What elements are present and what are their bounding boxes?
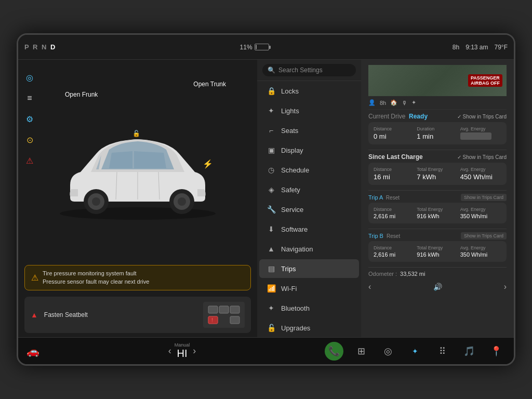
duration-badge: 8h: [380, 100, 386, 106]
current-drive-data: Distance 0 mi Duration 1 min Avg. Energy: [368, 122, 507, 144]
warning-title: Tire pressure monitoring system fault: [43, 270, 149, 277]
search-placeholder: Search Settings: [278, 66, 323, 74]
svg-text:🔓: 🔓: [132, 129, 140, 137]
drive-duration: 8h: [453, 44, 459, 51]
warning-subtitle: Pressure sensor fault may clear next dri…: [43, 278, 149, 286]
gear-value: HI: [175, 348, 190, 360]
menu-item-service[interactable]: 🔧 Service: [259, 200, 359, 219]
status-icons: 👤 8h 🏠 🎙 ✦: [368, 99, 416, 106]
home-icon: 🏠: [390, 99, 397, 106]
wifi-icon: 📶: [267, 284, 276, 292]
menu-item-display[interactable]: ▣ Display: [259, 141, 359, 159]
media-button[interactable]: 🎵: [460, 342, 478, 361]
schedule-icon: ◷: [267, 166, 276, 174]
lights-label: Lights: [281, 107, 299, 115]
open-trunk-label[interactable]: Open Trunk: [193, 81, 226, 89]
bluetooth-icon: ✦: [267, 304, 276, 312]
passenger-badge: PASSENGERAIRBAG OFF: [468, 74, 502, 87]
seats-icon: ⌐: [267, 126, 276, 135]
time-display: 9:13 am: [466, 44, 488, 51]
svg-point-9: [178, 197, 186, 206]
temperature-display: 79°F: [495, 44, 508, 51]
battery-pct-label: 11%: [240, 44, 252, 51]
menu-item-wifi[interactable]: 📶 Wi-Fi: [259, 279, 359, 298]
trips-icon: ▤: [267, 264, 276, 273]
seatbelt-label: Fasten Seatbelt: [44, 311, 197, 318]
since-charge-data: Distance 16 mi Total Energy 7 kWh Avg. E…: [368, 163, 507, 185]
svg-text:⚡: ⚡: [203, 159, 213, 169]
seat-diagram: !: [203, 302, 245, 328]
trip-b-label-row: Trip B Reset Show in Trips Card: [368, 232, 507, 240]
current-duration-cell: Duration 1 min: [417, 126, 458, 140]
prev-gear-btn[interactable]: ‹: [168, 345, 171, 356]
locks-icon: 🔒: [267, 87, 276, 95]
tesla-screen: P R N D 11% 8h 9:13 am 79°F ◎ ≡ ⚙ ⊙: [17, 33, 515, 366]
menu-item-trips[interactable]: ▤ Trips: [259, 259, 359, 278]
search-bar: 🔍 Search Settings: [257, 60, 361, 81]
top-bar: P R N D 11% 8h 9:13 am 79°F: [18, 35, 514, 60]
current-energy-loading: [460, 132, 491, 140]
menu-item-bluetooth[interactable]: ✦ Bluetooth: [259, 299, 359, 317]
menu-item-navigation[interactable]: ▲ Navigation: [259, 240, 359, 258]
menu-item-lights[interactable]: ✦ Lights: [259, 101, 359, 120]
trip-a-show-btn[interactable]: Show in Trips Card: [461, 194, 507, 201]
display-label: Display: [281, 147, 303, 154]
since-charge-title: Since Last Charge: [368, 153, 423, 161]
trip-b-avg-energy-cell: Avg. Energy 350 Wh/mi: [460, 245, 501, 258]
menu-item-safety[interactable]: ◈ Safety: [259, 180, 359, 199]
right-panel: 🔍 Search Settings 🔒 Locks ✦ Lights ⌐ Sea…: [257, 60, 514, 337]
current-drive-title: Current Drive Ready: [368, 113, 428, 120]
lights-icon: ✦: [267, 107, 276, 115]
since-last-charge-section: Since Last Charge ✓ Show in Trips Card D…: [368, 153, 507, 185]
trip-panel: PASSENGERAIRBAG OFF 👤 8h 🏠 🎙 ✦: [361, 60, 514, 337]
menu-button[interactable]: ⠿: [433, 342, 451, 361]
person-icon: 👤: [368, 99, 376, 106]
phone-button[interactable]: 📞: [325, 342, 343, 361]
warning-text: Tire pressure monitoring system fault Pr…: [43, 270, 149, 286]
software-label: Software: [281, 225, 308, 233]
next-gear-btn[interactable]: ›: [193, 345, 196, 356]
menu-item-schedule[interactable]: ◷ Schedule: [259, 161, 359, 179]
car-view-area: Open Frunk Open Trunk: [18, 60, 257, 263]
trip-b-show-btn[interactable]: Show in Trips Card: [461, 232, 507, 240]
menu-item-locks[interactable]: 🔒 Locks: [259, 82, 359, 100]
voice-button[interactable]: ◎: [379, 342, 397, 361]
battery-indicator: 11%: [240, 44, 269, 51]
charge-energy-cell: Total Energy 7 kWh: [417, 167, 458, 181]
search-icon: 🔍: [268, 66, 275, 74]
navigation-icon: ▲: [267, 245, 276, 253]
prnd-display: P R N D: [24, 43, 56, 51]
current-distance-cell: Distance 0 mi: [374, 126, 415, 140]
wifi-label: Wi-Fi: [281, 285, 297, 292]
menu-item-upgrades[interactable]: 🔓 Upgrades: [259, 318, 359, 337]
trip-a-avg-energy-cell: Avg. Energy 350 Wh/mi: [460, 207, 501, 219]
bluetooth-button[interactable]: ✦: [406, 342, 424, 361]
divider-3: [368, 229, 507, 229]
upgrades-label: Upgrades: [281, 324, 310, 332]
battery-bar: [255, 44, 269, 50]
menu-item-seats[interactable]: ⌐ Seats: [259, 121, 359, 140]
since-charge-show-btn[interactable]: ✓ Show in Trips Card: [457, 154, 507, 160]
gear-display-area: Manual HI: [175, 342, 190, 360]
car-illustration-container: ⚡ 🔓: [49, 112, 226, 227]
apps-button[interactable]: ⊞: [352, 342, 370, 361]
trip-b-section: Trip B Reset Show in Trips Card Distance…: [368, 232, 507, 262]
current-energy-cell: Avg. Energy: [460, 126, 501, 140]
nav-right-arrow[interactable]: ›: [504, 282, 507, 291]
current-drive-header: Current Drive Ready ✓ Show in Trips Card: [368, 113, 507, 120]
trip-a-energy-cell: Total Energy 916 kWh: [417, 207, 458, 219]
map-button[interactable]: 📍: [487, 342, 506, 361]
odometer-label: Odometer :: [368, 271, 397, 277]
menu-item-software[interactable]: ⬇ Software: [259, 220, 359, 238]
svg-rect-12: [208, 306, 218, 313]
volume-icon[interactable]: 🔊: [433, 283, 442, 291]
map-strip: PASSENGERAIRBAG OFF: [368, 65, 507, 96]
since-charge-header: Since Last Charge ✓ Show in Trips Card: [368, 153, 507, 161]
search-input-wrapper[interactable]: 🔍 Search Settings: [262, 64, 356, 76]
car-bottom-icon[interactable]: 🚗: [26, 345, 39, 357]
open-frunk-label[interactable]: Open Frunk: [65, 91, 98, 99]
schedule-label: Schedule: [281, 166, 309, 174]
current-drive-show-btn[interactable]: ✓ Show in Trips Card: [457, 114, 507, 119]
nav-left-arrow[interactable]: ‹: [368, 282, 371, 291]
service-label: Service: [281, 206, 303, 214]
